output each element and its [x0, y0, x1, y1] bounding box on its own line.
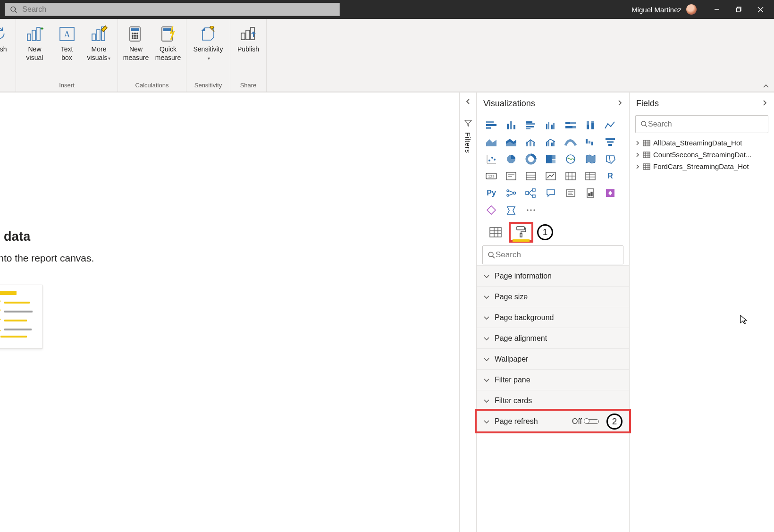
viz-area-chart-icon[interactable]: [482, 134, 500, 150]
viz-stacked-column-icon[interactable]: [502, 117, 520, 133]
global-search-input[interactable]: [22, 5, 335, 14]
viz-python-icon[interactable]: Py: [482, 185, 500, 201]
viz-multi-row-card-icon[interactable]: [522, 168, 540, 184]
viz-stacked-bar-icon[interactable]: [482, 117, 500, 133]
section-page-size[interactable]: Page size: [477, 286, 629, 307]
collapse-visualizations-button[interactable]: [617, 99, 623, 109]
viz-line-clustered-column-icon[interactable]: [542, 134, 560, 150]
svg-rect-86: [506, 172, 516, 180]
table-node[interactable]: Count5secons_StreamingDat...: [630, 149, 774, 160]
close-icon: [757, 7, 764, 13]
section-filter-pane[interactable]: Filter pane: [477, 369, 629, 390]
format-search[interactable]: [482, 245, 623, 264]
viz-scatter-icon[interactable]: [482, 151, 500, 167]
svg-rect-128: [517, 227, 524, 230]
viz-100-stacked-column-icon[interactable]: [581, 117, 599, 133]
global-search[interactable]: [5, 3, 340, 16]
window-close-button[interactable]: [749, 0, 771, 19]
viz-stacked-area-icon[interactable]: [502, 134, 520, 150]
svg-point-101: [507, 190, 509, 192]
window-restore-button[interactable]: [728, 0, 749, 19]
visualizations-pane: Visualizations: [477, 92, 630, 532]
section-page-refresh[interactable]: Page refresh Off 2: [477, 411, 629, 431]
more-visuals-button[interactable]: More visuals▾: [83, 22, 115, 80]
report-canvas[interactable]: ls with your data e Fields pane onto the…: [0, 92, 460, 532]
viz-qa-icon[interactable]: [542, 185, 560, 201]
window-minimize-button[interactable]: [706, 0, 728, 19]
viz-arcgis-icon[interactable]: [502, 202, 520, 218]
chevron-left-icon: [465, 98, 471, 105]
svg-point-122: [533, 209, 535, 211]
viz-paginated-report-icon[interactable]: [581, 185, 599, 201]
new-visual-button[interactable]: New visual: [19, 22, 51, 80]
viz-key-influencers-icon[interactable]: [502, 185, 520, 201]
section-page-background[interactable]: Page background: [477, 307, 629, 328]
viz-100-stacked-bar-icon[interactable]: [562, 117, 580, 133]
svg-point-120: [527, 209, 528, 211]
refresh-button[interactable]: sh: [0, 22, 7, 80]
svg-rect-39: [526, 121, 532, 123]
viz-donut-icon[interactable]: [522, 151, 540, 167]
table-node[interactable]: FordCars_StreamingData_Hot: [630, 160, 774, 172]
svg-point-25: [135, 38, 136, 39]
page-refresh-toggle[interactable]: Off: [572, 417, 602, 426]
viz-waterfall-icon[interactable]: [581, 134, 599, 150]
collapse-fields-button[interactable]: [762, 99, 767, 109]
fields-search-input[interactable]: [648, 120, 763, 128]
viz-shape-map-icon[interactable]: [601, 151, 619, 167]
viz-line-stacked-column-icon[interactable]: [522, 134, 540, 150]
viz-card-icon[interactable]: [502, 168, 520, 184]
viz-get-more-icon[interactable]: [522, 202, 540, 218]
svg-rect-79: [552, 155, 555, 159]
table-node[interactable]: AllData_StreamingData_Hot: [630, 137, 774, 149]
viz-funnel-icon[interactable]: [601, 134, 619, 150]
publish-button[interactable]: Publish: [232, 22, 264, 80]
viz-kpi-icon[interactable]: [542, 168, 560, 184]
viz-smart-narrative-icon[interactable]: [562, 185, 580, 201]
viz-slicer-icon[interactable]: [562, 168, 580, 184]
svg-rect-7: [32, 30, 35, 41]
section-page-information[interactable]: Page information: [477, 265, 629, 286]
viz-power-apps-icon[interactable]: [601, 185, 619, 201]
viz-map-icon[interactable]: [562, 151, 580, 167]
viz-table-icon[interactable]: [581, 168, 599, 184]
ribbon-collapse-button[interactable]: [763, 82, 769, 90]
fields-search[interactable]: [635, 115, 768, 133]
viz-gauge-icon[interactable]: 123: [482, 168, 500, 184]
viz-power-automate-icon[interactable]: [482, 202, 500, 218]
section-page-alignment[interactable]: Page alignment: [477, 328, 629, 348]
quick-measure-button[interactable]: Quick measure: [152, 22, 184, 80]
avatar[interactable]: [686, 4, 697, 15]
viz-clustered-column-icon[interactable]: [542, 117, 560, 133]
text-box-icon: A: [59, 26, 76, 42]
viz-ribbon-chart-icon[interactable]: [562, 134, 580, 150]
fields-tab[interactable]: [483, 222, 508, 243]
viz-filled-map-icon[interactable]: [581, 151, 599, 167]
new-measure-button[interactable]: New measure: [120, 22, 152, 80]
section-filter-cards[interactable]: Filter cards: [477, 390, 629, 411]
format-search-input[interactable]: [496, 250, 618, 260]
viz-pie-icon[interactable]: [502, 151, 520, 167]
filters-pane-collapsed[interactable]: Filters: [460, 92, 477, 532]
format-tab[interactable]: [509, 222, 533, 243]
format-roller-icon: [514, 225, 528, 238]
svg-rect-28: [163, 28, 171, 31]
viz-decomposition-tree-icon[interactable]: [522, 185, 540, 201]
table-icon: [643, 152, 650, 158]
ribbon-group-sensitivity: Sensitivity: [194, 80, 222, 92]
new-measure-icon: [127, 25, 144, 42]
sensitivity-button[interactable]: Sensitivity▾: [188, 22, 228, 80]
text-box-button[interactable]: A Text box: [51, 22, 83, 80]
svg-rect-64: [553, 141, 555, 146]
expand-filters-button[interactable]: [465, 98, 471, 106]
section-wallpaper[interactable]: Wallpaper: [477, 348, 629, 369]
viz-treemap-icon[interactable]: [542, 151, 560, 167]
viz-r-script-icon[interactable]: R: [601, 168, 619, 184]
svg-rect-134: [643, 140, 650, 146]
viz-clustered-bar-icon[interactable]: [522, 117, 540, 133]
svg-rect-35: [486, 127, 491, 129]
viz-line-chart-icon[interactable]: [601, 117, 619, 133]
svg-rect-80: [552, 160, 555, 163]
svg-rect-46: [553, 123, 555, 129]
svg-point-103: [513, 192, 516, 194]
